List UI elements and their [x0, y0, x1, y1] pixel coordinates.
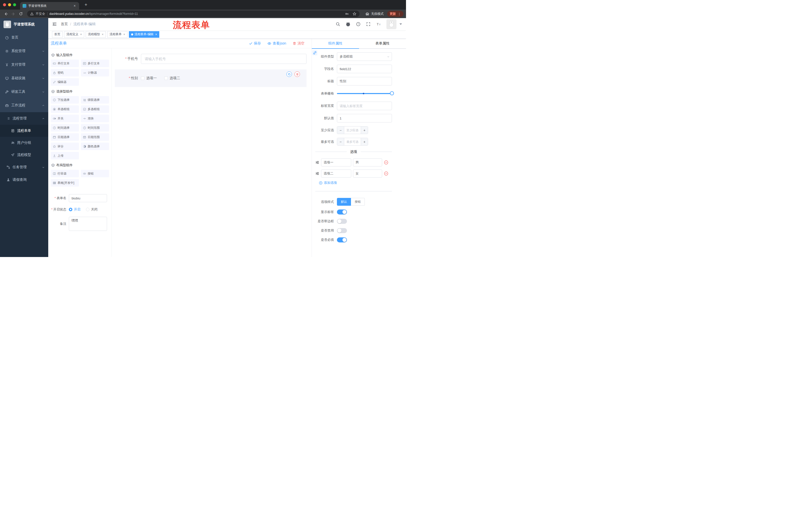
- grid-slider[interactable]: [337, 89, 392, 98]
- palette-item-date-picker[interactable]: 日期选择: [51, 133, 79, 141]
- help-icon[interactable]: ?: [356, 22, 360, 26]
- gender-field-selected[interactable]: 性别 选项一 选项二: [115, 70, 307, 87]
- new-tab-button[interactable]: +: [83, 2, 89, 7]
- sidebar-item-process-form[interactable]: 流程表单: [0, 125, 48, 137]
- remove-option-icon[interactable]: [384, 171, 388, 176]
- palette-item-date-range[interactable]: 日期范围: [81, 133, 109, 141]
- palette-item-counter[interactable]: 123计数器: [81, 69, 109, 77]
- tag-process-form[interactable]: 流程表单×: [107, 31, 127, 38]
- sidebar-item-infra[interactable]: 基础设施: [0, 72, 48, 85]
- drag-handle-icon[interactable]: [315, 160, 319, 164]
- option-value-input[interactable]: [353, 158, 382, 166]
- add-option-button[interactable]: 添加选项: [319, 181, 392, 185]
- sidebar-item-home[interactable]: 首页: [0, 31, 48, 44]
- hamburger-icon[interactable]: [52, 22, 57, 26]
- password-key-icon[interactable]: [345, 12, 349, 16]
- sidebar-item-payment[interactable]: 支付管理: [0, 58, 48, 72]
- palette-item-switch[interactable]: 开关: [51, 115, 79, 122]
- slider-handle[interactable]: [390, 91, 394, 95]
- phone-input[interactable]: [141, 54, 307, 64]
- sidebar-item-leave-query[interactable]: 请假查询: [0, 173, 48, 186]
- view-json-button[interactable]: 查看json: [267, 41, 286, 46]
- sidebar-item-devtools[interactable]: 研发工具: [0, 85, 48, 99]
- palette-item-checkbox-group[interactable]: 多选框组: [81, 105, 109, 113]
- back-button[interactable]: [2, 10, 9, 17]
- palette-item-password[interactable]: 密码: [51, 69, 79, 77]
- palette-item-color-picker[interactable]: 颜色选择: [81, 142, 109, 150]
- option-value-input[interactable]: [353, 169, 382, 178]
- reload-button[interactable]: [18, 10, 24, 17]
- plus-button[interactable]: +: [361, 127, 368, 134]
- sidebar-item-system[interactable]: 系统管理: [0, 44, 48, 58]
- plus-button[interactable]: +: [361, 138, 368, 145]
- breadcrumb-home[interactable]: 首页: [61, 22, 68, 26]
- disabled-switch[interactable]: [337, 228, 347, 233]
- checkbox-box[interactable]: [164, 77, 168, 80]
- link-icon[interactable]: [312, 50, 317, 55]
- palette-item-time-picker[interactable]: 时间选择: [51, 124, 79, 132]
- tag-process-definition[interactable]: 流程定义×: [64, 31, 84, 38]
- save-button[interactable]: 保存: [249, 41, 261, 46]
- palette-item-multiline-text[interactable]: 多行文本: [81, 60, 109, 67]
- palette-item-editor[interactable]: 编辑器: [51, 78, 79, 86]
- address-bar[interactable]: 不安全 dashboard.yudao.iocoder.cn/bpm/manag…: [27, 10, 359, 17]
- clear-button[interactable]: 清空: [293, 41, 304, 46]
- palette-item-rate[interactable]: 评分: [51, 142, 79, 150]
- browser-menu-icon[interactable]: ⋮: [398, 12, 401, 16]
- border-switch[interactable]: [337, 219, 347, 224]
- window-minimize-button[interactable]: [8, 3, 11, 6]
- bookmark-star-icon[interactable]: [352, 12, 356, 16]
- slider-track[interactable]: [337, 93, 392, 94]
- form-name-input[interactable]: [69, 194, 107, 202]
- drag-handle-icon[interactable]: [315, 171, 319, 175]
- label-width-input[interactable]: [337, 102, 392, 110]
- option-name-input[interactable]: [321, 158, 351, 166]
- avatar-dropdown-caret[interactable]: [400, 23, 402, 25]
- delete-component-button[interactable]: [294, 72, 300, 77]
- title-input[interactable]: [337, 77, 392, 85]
- minus-button[interactable]: −: [337, 138, 344, 145]
- show-label-switch[interactable]: [337, 210, 347, 215]
- security-warning-icon[interactable]: [30, 12, 34, 16]
- palette-item-radio-group[interactable]: 单选框组: [51, 105, 79, 113]
- browser-update-button[interactable]: 更新 ⋮: [387, 11, 404, 17]
- palette-item-select[interactable]: 下拉选择: [51, 96, 79, 104]
- minus-button[interactable]: −: [337, 127, 344, 134]
- checkbox-option-two[interactable]: 选项二: [164, 76, 180, 80]
- component-type-select[interactable]: 多选框组: [337, 52, 392, 61]
- palette-item-row-container[interactable]: 行容器: [51, 170, 79, 177]
- user-avatar[interactable]: [386, 19, 397, 29]
- palette-item-time-range[interactable]: 时间范围: [81, 124, 109, 132]
- tag-close-icon[interactable]: ×: [80, 33, 82, 36]
- checkbox-box[interactable]: [141, 77, 144, 80]
- tag-process-model[interactable]: 流程模型×: [86, 31, 106, 38]
- radio-open[interactable]: 开启: [69, 207, 80, 212]
- option-name-input[interactable]: [321, 169, 351, 178]
- tag-home[interactable]: 首页: [52, 31, 63, 38]
- checkbox-option-one[interactable]: 选项一: [141, 76, 157, 80]
- palette-item-upload[interactable]: 上传: [51, 152, 79, 159]
- phone-field[interactable]: 手机号: [115, 54, 307, 64]
- default-value-input[interactable]: [337, 114, 392, 123]
- max-select-input[interactable]: [344, 138, 361, 145]
- copy-component-button[interactable]: [286, 72, 292, 77]
- font-size-icon[interactable]: TT: [376, 22, 381, 26]
- sidebar-item-user-group[interactable]: 用户分组: [0, 137, 48, 149]
- forward-button[interactable]: [10, 10, 17, 17]
- field-name-input[interactable]: [337, 64, 392, 73]
- form-remark-textarea[interactable]: 嘿嘿: [69, 217, 107, 231]
- palette-item-table[interactable]: 表格[开发中]: [51, 179, 79, 187]
- window-close-button[interactable]: [3, 3, 6, 6]
- fullscreen-icon[interactable]: [366, 22, 371, 26]
- sidebar-item-process-model[interactable]: 流程模型: [0, 149, 48, 161]
- tab-form-props[interactable]: 表单属性: [359, 39, 406, 48]
- window-zoom-button[interactable]: [13, 3, 16, 6]
- sidebar-item-task-mgmt[interactable]: 任务管理: [0, 161, 48, 173]
- style-default-button[interactable]: 默认: [337, 198, 351, 206]
- required-switch[interactable]: [337, 237, 347, 242]
- palette-item-single-text[interactable]: 单行文本: [51, 60, 79, 67]
- github-icon[interactable]: [346, 22, 350, 27]
- tab-close-icon[interactable]: ×: [72, 4, 77, 8]
- tab-component-props[interactable]: 组件属性: [312, 39, 359, 48]
- tag-close-icon[interactable]: ×: [102, 33, 104, 36]
